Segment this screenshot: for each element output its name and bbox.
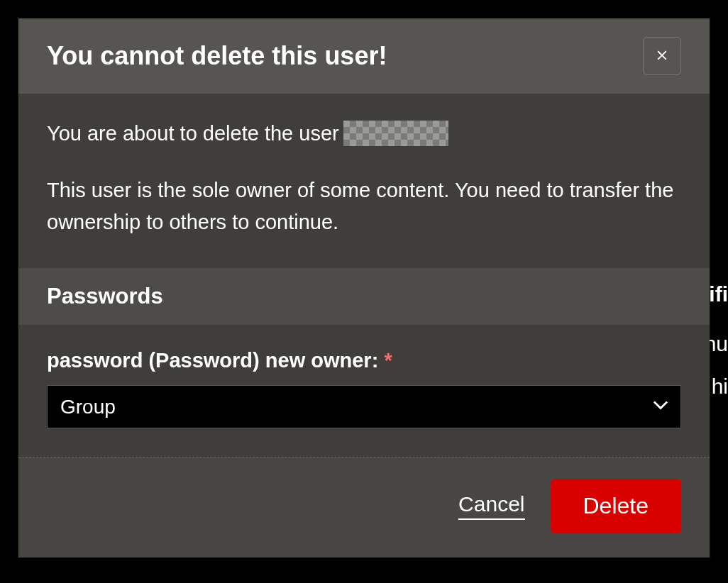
delete-user-intro: You are about to delete the user <box>47 121 681 146</box>
required-marker: * <box>384 349 392 372</box>
owner-select-wrapper: Group <box>47 385 681 428</box>
close-button[interactable] <box>643 37 681 75</box>
delete-user-intro-text: You are about to delete the user <box>47 122 339 145</box>
redacted-username <box>343 121 448 146</box>
close-icon <box>654 48 670 65</box>
ownership-warning: This user is the sole owner of some cont… <box>47 174 681 238</box>
passwords-section-title: Passwords <box>47 284 681 309</box>
modal-footer: Cancel Delete <box>18 457 710 557</box>
modal-header: You cannot delete this user! <box>18 18 710 94</box>
delete-button[interactable]: Delete <box>551 479 682 533</box>
owner-field-label-row: password (Password) new owner: * <box>47 349 681 372</box>
background-text-fragment: hi <box>712 374 728 399</box>
delete-user-modal: You cannot delete this user! You are abo… <box>18 18 710 557</box>
owner-select[interactable]: Group <box>47 385 681 428</box>
owner-field-area: password (Password) new owner: * Group <box>18 325 710 457</box>
modal-title: You cannot delete this user! <box>47 41 387 71</box>
cancel-button[interactable]: Cancel <box>458 492 524 520</box>
owner-field-label: password (Password) new owner: <box>47 349 378 372</box>
modal-body: You are about to delete the user This us… <box>18 94 710 268</box>
passwords-section-header: Passwords <box>18 268 710 325</box>
